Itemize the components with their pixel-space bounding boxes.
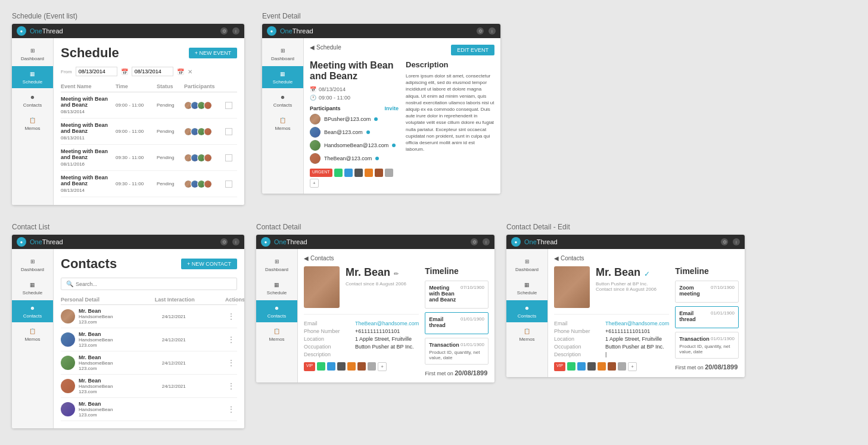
contact-row[interactable]: Mr. Bean HandsomeBean123.com 24/12/2021 … <box>61 305 237 328</box>
memos-icon: 📋 <box>273 327 281 335</box>
contact-detail-edit-window: ● OneThread ⚙ i ⊞ Dashboard ▦ Schedule <box>506 235 745 377</box>
invite-button[interactable]: Invite <box>384 105 399 111</box>
app-logo: ● <box>17 237 26 247</box>
contact-last-interaction: 24/12/2021 <box>162 384 222 389</box>
sidebar-item-memos[interactable]: 📋 Memos <box>506 323 547 346</box>
titlebar-contact-detail: ● OneThread ⚙ i <box>256 235 494 249</box>
sidebar-item-contacts[interactable]: ☻ Contacts <box>262 89 303 111</box>
sidebar-item-memos[interactable]: 📋 Memos <box>12 113 53 135</box>
sidebar-item-schedule[interactable]: ▦ Schedule <box>262 66 303 88</box>
sidebar-item-schedule[interactable]: ▦ Schedule <box>506 277 547 299</box>
participant-avatar <box>310 127 321 138</box>
from-calendar-icon[interactable]: 📅 <box>121 69 128 75</box>
info-icon[interactable]: i <box>232 238 239 245</box>
new-event-button[interactable]: + NEW EVENT <box>189 48 237 58</box>
save-contact-icon[interactable]: ✓ <box>644 270 650 278</box>
clear-filter-icon[interactable]: ✕ <box>188 69 192 75</box>
contact-actions-menu[interactable]: ⋮ <box>225 335 237 344</box>
sidebar-item-contacts[interactable]: ☻ Contacts <box>256 300 297 322</box>
sidebar-item-dashboard[interactable]: ⊞ Dashboard <box>12 43 53 65</box>
sidebar-item-dashboard[interactable]: ⊞ Dashboard <box>12 254 53 276</box>
schedule-icon: ▦ <box>273 281 281 289</box>
contact-row[interactable]: Mr. Bean HandsomeBean123.com 24/12/2021 … <box>61 328 237 351</box>
contacts-icon: ☻ <box>273 304 281 312</box>
sidebar-item-memos[interactable]: 📋 Memos <box>12 323 53 346</box>
header-personal: Personal Detail <box>61 297 155 303</box>
event-detail-left: Meeting with Bean and Beanz 📅 08/13/2014… <box>310 60 399 188</box>
event-description-section: Description Lorem ipsum dolor sit amet, … <box>406 60 494 188</box>
settings-icon[interactable]: ⚙ <box>220 238 228 245</box>
sidebar-item-contacts[interactable]: ☻ Contacts <box>12 300 53 322</box>
tag-vip: VIP <box>304 362 315 371</box>
contact-detail-window: ● OneThread ⚙ i ⊞ Dashboard ▦ Schedule <box>256 235 494 382</box>
titlebar-contacts: ● OneThread ⚙ i <box>12 235 244 249</box>
settings-icon[interactable]: ⚙ <box>471 238 478 245</box>
tag-add-button[interactable]: + <box>378 362 387 371</box>
info-icon[interactable]: i <box>483 238 490 245</box>
back-to-contacts-btn[interactable]: ◀ Contacts <box>304 255 489 262</box>
sidebar-label: Schedule <box>517 290 537 295</box>
back-to-contacts-edit-btn[interactable]: ◀ Contacts <box>554 255 739 262</box>
participant-dot <box>375 157 379 160</box>
contacts-table-header: Personal Detail Last Interaction Actions <box>61 295 237 305</box>
from-date-input[interactable] <box>76 67 117 76</box>
contact-actions-menu[interactable]: ⋮ <box>225 405 237 413</box>
sidebar-item-memos[interactable]: 📋 Memos <box>262 113 303 135</box>
edit-contact-icon[interactable]: ✏ <box>394 270 399 277</box>
sidebar-item-schedule[interactable]: ▦ Schedule <box>12 277 53 299</box>
event-row[interactable]: Meeting with Bean and Beanz 08/13/2014 0… <box>61 171 237 197</box>
app-name: OneThread <box>274 238 307 245</box>
participant-avatar <box>204 127 212 136</box>
event-row[interactable]: Meeting with Bean and Beanz 08/11/2016 0… <box>61 145 237 171</box>
app-name: OneThread <box>30 238 63 245</box>
contact-actions-menu[interactable]: ⋮ <box>225 382 237 390</box>
contact-row[interactable]: Mr. Bean HandsomeBean123.com ⋮ <box>61 398 237 421</box>
tag-orange <box>365 169 373 177</box>
schedule-icon: ▦ <box>29 70 37 78</box>
info-icon[interactable]: i <box>232 27 239 35</box>
event-name-cell: Meeting with Bean and Beanz 08/13/2011 <box>61 122 116 141</box>
info-icon[interactable]: i <box>733 238 740 245</box>
participant-row: Bean@123.com <box>310 127 399 138</box>
event-checkbox[interactable] <box>225 102 232 109</box>
event-checkbox[interactable] <box>225 128 232 135</box>
sidebar-item-dashboard[interactable]: ⊞ Dashboard <box>262 43 303 65</box>
search-input[interactable] <box>76 281 232 287</box>
settings-icon[interactable]: ⚙ <box>477 27 484 35</box>
contact-actions-menu[interactable]: ⋮ <box>225 312 237 320</box>
sidebar-item-dashboard[interactable]: ⊞ Dashboard <box>256 254 297 276</box>
header-event-name: Event Name <box>61 83 116 89</box>
edit-event-button[interactable]: EDIT EVENT <box>451 45 494 55</box>
sidebar-item-contacts[interactable]: ☻ Contacts <box>506 300 547 322</box>
contact-actions-menu[interactable]: ⋮ <box>225 359 237 367</box>
app-layout-contact-detail: ⊞ Dashboard ▦ Schedule ☻ Contacts 📋 Memo… <box>256 249 494 382</box>
contact-since: Contact since 8 August 2006 <box>346 281 406 287</box>
event-checkbox[interactable] <box>225 154 232 161</box>
sidebar-item-schedule[interactable]: ▦ Schedule <box>256 277 297 299</box>
avatars-row <box>184 127 225 136</box>
tag-add-button-edit[interactable]: + <box>628 362 637 371</box>
event-date-meta: 📅 08/13/2014 <box>310 86 399 92</box>
to-date-input[interactable] <box>132 67 173 76</box>
contact-row[interactable]: Mr. Bean HandsomeBean123.com 24/12/2021 … <box>61 351 237 375</box>
sidebar-item-dashboard[interactable]: ⊞ Dashboard <box>506 254 547 276</box>
settings-icon[interactable]: ⚙ <box>220 27 228 35</box>
to-calendar-icon[interactable]: 📅 <box>177 69 184 75</box>
main-content-contacts: Contacts + NEW CONTACT 🔍 Personal Detail… <box>54 249 244 428</box>
sidebar-item-memos[interactable]: 📋 Memos <box>256 323 297 346</box>
event-checkbox[interactable] <box>225 181 232 188</box>
sidebar-label: Contacts <box>518 313 537 319</box>
info-icon[interactable]: i <box>489 27 496 35</box>
sidebar-item-contacts[interactable]: ☻ Contacts <box>12 89 53 111</box>
new-contact-button[interactable]: + NEW CONTACT <box>181 259 237 269</box>
sidebar-label-dashboard: Dashboard <box>21 56 44 61</box>
sidebar-label: Schedule <box>273 79 293 85</box>
tag-orange <box>347 362 356 371</box>
contact-row[interactable]: Mr. Bean HandsomeBean123.com 24/12/2021 … <box>61 375 237 398</box>
settings-icon[interactable]: ⚙ <box>721 238 728 245</box>
back-to-schedule-btn[interactable]: ◀ Schedule <box>310 44 341 51</box>
event-row[interactable]: Meeting with Bean and Beanz 08/13/2014 0… <box>61 92 237 119</box>
sidebar-item-schedule[interactable]: ▦ Schedule <box>12 66 53 88</box>
event-row[interactable]: Meeting with Bean and Beanz 08/13/2011 0… <box>61 119 237 145</box>
tag-add-button[interactable]: + <box>310 179 319 188</box>
